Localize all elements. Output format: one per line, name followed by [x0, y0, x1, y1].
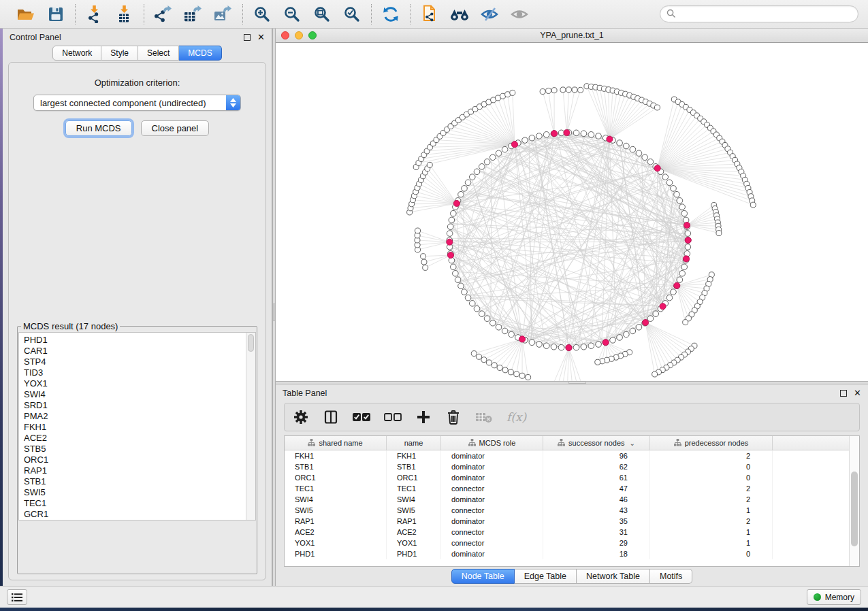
show-columns-icon[interactable]	[323, 408, 339, 427]
table-row[interactable]: SWI5SWI5connector431	[285, 505, 849, 516]
tab-style[interactable]: Style	[101, 46, 138, 61]
mcds-result-item[interactable]: ORC1	[24, 455, 246, 465]
column-header-predecessor-nodes[interactable]: predecessor nodes	[650, 436, 773, 450]
zoom-in-icon[interactable]	[252, 4, 272, 24]
mcds-result-item[interactable]: SWI4	[24, 389, 246, 400]
mcds-result-item[interactable]: TEC1	[24, 498, 246, 509]
mcds-node[interactable]	[519, 336, 525, 342]
column-header-successor-nodes[interactable]: successor nodes⌄	[543, 436, 650, 450]
table-row[interactable]: PHD1PHD1dominator180	[285, 548, 849, 559]
search-field[interactable]	[660, 5, 858, 22]
zoom-fit-icon[interactable]	[312, 4, 332, 24]
mcds-result-item[interactable]: STB5	[24, 444, 246, 455]
mcds-result-item[interactable]: STB1	[24, 476, 246, 487]
tab-motifs[interactable]: Motifs	[650, 569, 692, 584]
mcds-result-item[interactable]: RAP1	[24, 465, 246, 476]
mcds-result-item[interactable]: GCR1	[24, 509, 246, 520]
float-panel-icon[interactable]	[244, 34, 251, 41]
delete-column-icon[interactable]	[445, 408, 462, 427]
tab-node-table[interactable]: Node Table	[451, 569, 515, 584]
mcds-result-list[interactable]: PHD1CAR1STP4TID3YOX1SWI4SRD1PMA2FKH1ACE2…	[19, 333, 246, 520]
search-input[interactable]	[679, 7, 852, 21]
mcds-node[interactable]	[453, 200, 460, 206]
mcds-node[interactable]	[654, 165, 660, 171]
mcds-result-item[interactable]: PHD1	[24, 335, 246, 346]
table-row[interactable]: TEC1TEC1connector472	[285, 483, 849, 494]
mcds-result-item[interactable]: STP4	[24, 357, 246, 367]
mcds-node[interactable]	[551, 131, 558, 137]
table-row[interactable]: ORC1ORC1dominator610	[285, 472, 849, 483]
mcds-node[interactable]	[674, 282, 680, 288]
export-network-icon[interactable]	[153, 4, 174, 24]
mcds-result-item[interactable]: SRD1	[24, 400, 246, 411]
tab-mcds[interactable]: MCDS	[179, 46, 221, 61]
mcds-node[interactable]	[602, 340, 609, 346]
add-column-icon[interactable]	[415, 408, 432, 427]
save-session-icon[interactable]	[46, 4, 66, 24]
mcds-list-scrollbar[interactable]	[246, 333, 255, 520]
table-scrollbar[interactable]	[849, 436, 859, 566]
table-row[interactable]: FKH1FKH1dominator962	[285, 450, 849, 461]
window-minimize-icon[interactable]	[295, 31, 303, 39]
run-mcds-button[interactable]: Run MCDS	[65, 120, 132, 136]
table-row[interactable]: RAP1RAP1dominator352	[285, 516, 849, 527]
task-history-button[interactable]	[7, 589, 27, 605]
mcds-result-item[interactable]: YOX1	[24, 378, 246, 389]
close-panel-icon[interactable]: ✕	[854, 390, 861, 397]
import-table-icon[interactable]	[114, 4, 135, 24]
close-panel-icon[interactable]: ✕	[257, 34, 265, 41]
hide-selected-icon[interactable]	[479, 4, 500, 24]
mcds-node[interactable]	[684, 222, 690, 228]
mcds-node[interactable]	[643, 319, 649, 325]
table-row[interactable]: ACE2ACE2connector311	[285, 527, 849, 538]
mcds-node[interactable]	[447, 252, 453, 258]
refresh-icon[interactable]	[381, 4, 401, 24]
table-row[interactable]: SWI4SWI4dominator462	[285, 494, 849, 505]
window-close-icon[interactable]	[281, 31, 289, 39]
splitter-grip[interactable]	[273, 303, 275, 321]
mcds-result-item[interactable]: PMA2	[24, 411, 246, 422]
first-neighbors-icon[interactable]	[449, 4, 470, 24]
scrollbar-thumb[interactable]	[851, 472, 858, 546]
zoom-out-icon[interactable]	[282, 4, 302, 24]
open-file-icon[interactable]	[16, 4, 36, 24]
memory-button[interactable]: Memory	[807, 589, 861, 605]
deselect-all-rows-icon[interactable]	[384, 408, 402, 427]
mcds-node[interactable]	[607, 136, 613, 142]
table-row[interactable]: STB1STB1dominator620	[285, 461, 849, 472]
float-panel-icon[interactable]	[840, 390, 847, 397]
close-panel-button[interactable]: Close panel	[141, 120, 210, 136]
mcds-node[interactable]	[447, 239, 453, 245]
mcds-result-item[interactable]: FKH1	[24, 422, 246, 433]
mcds-node[interactable]	[685, 237, 691, 243]
mcds-result-item[interactable]: ACE2	[24, 433, 246, 444]
mcds-node[interactable]	[511, 142, 517, 148]
tab-select[interactable]: Select	[138, 46, 179, 61]
table-row[interactable]: YOX1YOX1connector291	[285, 538, 849, 548]
network-from-selection-icon[interactable]	[419, 4, 440, 24]
mcds-node[interactable]	[564, 129, 570, 135]
mcds-result-item[interactable]: SWI5	[24, 487, 246, 498]
optimization-criterion-select[interactable]: largest connected component (undirected)	[33, 95, 241, 111]
export-table-icon[interactable]	[183, 4, 204, 24]
tab-network-table[interactable]: Network Table	[577, 569, 650, 584]
horizontal-splitter[interactable]	[276, 381, 868, 384]
table-settings-icon[interactable]	[293, 408, 309, 427]
import-network-icon[interactable]	[84, 4, 105, 24]
mcds-node[interactable]	[660, 303, 666, 310]
tab-network[interactable]: Network	[52, 46, 101, 61]
splitter-grip[interactable]	[568, 382, 586, 384]
mcds-result-item[interactable]: CAR1	[24, 346, 246, 357]
select-all-rows-icon[interactable]	[353, 408, 370, 427]
column-header-MCDS-role[interactable]: MCDS role	[441, 436, 543, 450]
mcds-node[interactable]	[683, 256, 689, 262]
column-header-name[interactable]: name	[387, 436, 441, 450]
window-zoom-icon[interactable]	[308, 31, 317, 39]
mcds-result-item[interactable]: TID3	[24, 367, 246, 378]
zoom-selected-icon[interactable]	[342, 4, 362, 24]
export-image-icon[interactable]	[213, 4, 234, 24]
mcds-node[interactable]	[566, 344, 572, 350]
column-header-shared-name[interactable]: shared name	[285, 436, 387, 450]
network-canvas[interactable]	[276, 43, 868, 381]
tab-edge-table[interactable]: Edge Table	[515, 569, 577, 584]
